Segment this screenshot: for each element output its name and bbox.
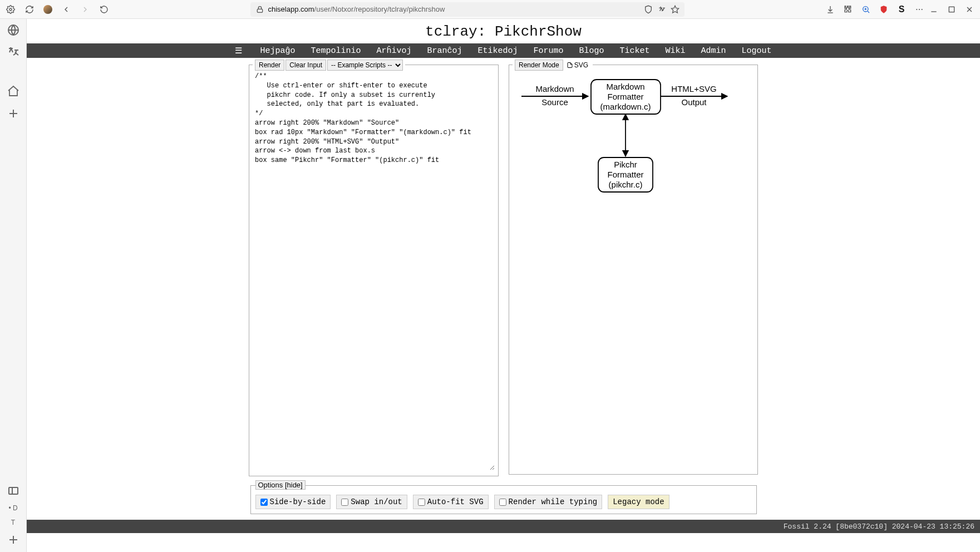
options-panel: Options [hide] Side-by-side Swap in/out …	[250, 485, 757, 514]
diagram-arrow2-line1: HTML+SVG	[671, 84, 716, 93]
panel-toggle-icon[interactable]	[7, 484, 20, 497]
zoom-icon[interactable]	[861, 4, 871, 14]
translate-side-icon[interactable]	[7, 46, 20, 59]
svg-point-9	[922, 8, 923, 9]
minimize-icon[interactable]	[929, 4, 939, 14]
nav-item-wiki[interactable]: Wiki	[666, 46, 686, 56]
diagram-arrow1-line2: Source	[541, 97, 568, 107]
nav-item-hejpago[interactable]: Hejpaĝo	[260, 46, 295, 56]
example-scripts-select[interactable]: -- Example Scripts --	[327, 60, 403, 71]
page-title: tclray: PikchrShow	[27, 19, 980, 43]
home-icon[interactable]	[7, 85, 20, 98]
nav-item-ticket[interactable]: Ticket	[620, 46, 650, 56]
nav-item-forumo[interactable]: Forumo	[533, 46, 563, 56]
maximize-icon[interactable]	[947, 4, 957, 14]
browser-chrome: chiselapp.com/user/Notxor/repository/tcl…	[0, 0, 980, 19]
nav-item-admin[interactable]: Admin	[701, 46, 726, 56]
opt-side-by-side[interactable]: Side-by-side	[255, 495, 331, 509]
url-text: chiselapp.com/user/Notxor/repository/tcl…	[268, 5, 445, 13]
window-controls	[929, 4, 974, 14]
opt-swap[interactable]: Swap in/out	[336, 495, 407, 509]
clear-input-button[interactable]: Clear Input	[285, 60, 326, 71]
page-footer: Fossil 2.24 [8be0372c10] 2024-04-23 13:2…	[27, 520, 980, 533]
close-window-icon[interactable]	[964, 4, 974, 14]
add-panel-icon[interactable]	[7, 533, 20, 546]
gear-icon[interactable]	[6, 4, 16, 14]
chrome-left-cluster	[6, 4, 109, 14]
svg-point-7	[916, 8, 917, 9]
swap-checkbox[interactable]	[341, 499, 348, 506]
more-icon[interactable]	[914, 4, 924, 14]
svg-point-8	[919, 8, 920, 9]
download-icon[interactable]	[825, 4, 835, 14]
rendered-diagram: Markdown Source Markdown Formatter (mark…	[513, 70, 754, 212]
sync-icon[interactable]	[24, 4, 35, 14]
translate-icon[interactable]	[657, 4, 667, 14]
rwt-checkbox[interactable]	[499, 499, 506, 506]
opt-render-while-typing[interactable]: Render while typing	[494, 495, 603, 509]
side-letter-d[interactable]: • D	[8, 504, 17, 512]
main-nav: ☰ Hejpaĝo Tempolinio Arĥivoj Branĉoj Eti…	[27, 43, 980, 58]
svg-point-0	[9, 8, 12, 11]
svg-rect-1	[257, 9, 262, 12]
render-mode-button[interactable]: Render Mode	[515, 60, 563, 71]
diagram-box2-line2: Formatter	[607, 170, 643, 179]
opt-legacy-mode[interactable]: Legacy mode	[608, 495, 669, 509]
nav-item-tempolinio[interactable]: Tempolinio	[311, 46, 361, 56]
svg-marker-2	[671, 6, 678, 13]
svg-file-icon	[567, 62, 573, 68]
url-bar[interactable]: chiselapp.com/user/Notxor/repository/tcl…	[250, 2, 684, 17]
puzzle-icon[interactable]	[843, 4, 853, 14]
chrome-right-cluster: S	[825, 4, 924, 14]
options-legend[interactable]: Options [hide]	[255, 480, 306, 490]
opt-autofit[interactable]: Auto-fit SVG	[413, 495, 489, 509]
extension-s-icon[interactable]: S	[897, 4, 907, 14]
nav-item-logout[interactable]: Logout	[742, 46, 772, 56]
output-panel: Render Mode SVG Markdown Source	[509, 65, 758, 475]
nav-item-brancoj[interactable]: Branĉoj	[427, 46, 462, 56]
nav-item-blogo[interactable]: Blogo	[579, 46, 604, 56]
diagram-box1-line2: Formatter	[607, 92, 643, 101]
svg-rect-17	[9, 487, 18, 494]
render-button[interactable]: Render	[255, 60, 284, 71]
nav-item-arhivoj[interactable]: Arĥivoj	[376, 46, 411, 56]
page-content: tclray: PikchrShow ☰ Hejpaĝo Tempolinio …	[27, 19, 980, 552]
forward-icon[interactable]	[80, 4, 90, 14]
diagram-arrow2-line2: Output	[681, 97, 707, 107]
nav-hamburger-icon[interactable]: ☰	[235, 46, 242, 56]
svg-mode-label[interactable]: SVG	[564, 60, 590, 70]
workspace: Render Clear Input -- Example Scripts --…	[27, 58, 980, 480]
diagram-box2-line1: Pikchr	[614, 160, 637, 169]
back-icon[interactable]	[61, 4, 71, 14]
bookmark-star-icon[interactable]	[670, 4, 680, 14]
diagram-box2-line3: (pikchr.c)	[609, 180, 643, 189]
browser-side-panel: • D T	[0, 19, 27, 552]
lock-icon	[255, 4, 265, 14]
diagram-box1-line1: Markdown	[606, 82, 644, 91]
side-letter-t[interactable]: T	[11, 519, 15, 526]
add-tab-icon[interactable]	[7, 107, 20, 120]
input-panel: Render Clear Input -- Example Scripts --	[249, 65, 499, 476]
pikchr-code-textarea[interactable]	[253, 70, 495, 470]
diagram-box1-line3: (markdown.c)	[600, 102, 651, 111]
page-favicon	[43, 5, 52, 14]
side-by-side-checkbox[interactable]	[260, 499, 268, 506]
adblock-shield-icon[interactable]	[879, 4, 889, 14]
globe-icon[interactable]	[7, 23, 20, 37]
shield-icon[interactable]	[643, 4, 653, 14]
reload-icon[interactable]	[99, 4, 109, 14]
autofit-checkbox[interactable]	[418, 499, 425, 506]
svg-rect-11	[949, 7, 954, 12]
diagram-arrow1-line1: Markdown	[535, 84, 574, 93]
nav-item-etikedoj[interactable]: Etikedoj	[477, 46, 518, 56]
svg-line-4	[868, 11, 869, 13]
